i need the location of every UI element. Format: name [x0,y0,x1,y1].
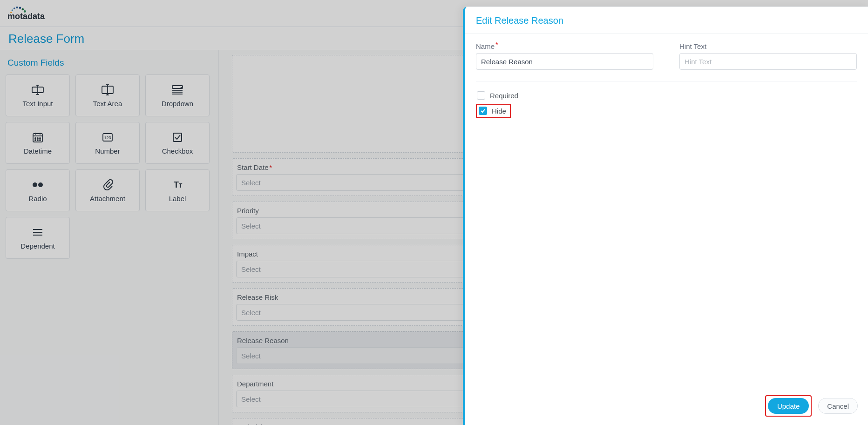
required-star-icon: * [495,41,498,48]
hide-checkbox-highlight: Hide [476,104,511,118]
name-input[interactable] [476,53,653,70]
required-checkbox-label: Required [490,92,518,100]
hide-checkbox[interactable] [479,107,487,115]
edit-field-drawer: Edit Release Reason Name * Hint Text Req… [463,7,868,425]
drawer-title: Edit Release Reason [465,7,868,34]
name-label-text: Name [476,42,495,50]
drawer-footer: Update Cancel [465,389,868,425]
hint-label-text: Hint Text [679,42,706,50]
hide-checkbox-label: Hide [492,107,506,115]
hint-input[interactable] [679,53,857,70]
divider [476,81,857,81]
required-checkbox-row[interactable]: Required [476,90,857,101]
required-checkbox[interactable] [477,91,485,100]
name-field-label: Name * [476,42,653,50]
cancel-button[interactable]: Cancel [818,398,858,414]
update-button-highlight: Update [765,395,812,417]
hint-field-label: Hint Text [679,42,857,50]
update-button[interactable]: Update [768,398,809,414]
drawer-body: Name * Hint Text Required Hide [465,34,868,389]
